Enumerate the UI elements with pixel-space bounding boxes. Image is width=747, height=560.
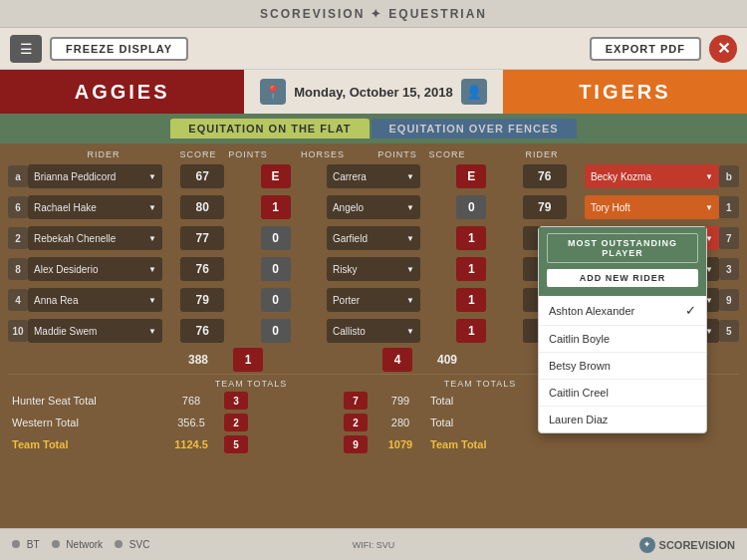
pos-right: 5 [719, 320, 739, 342]
dropdown-top: MOST OUTSTANDING PLAYER ADD NEW RIDER [539, 227, 706, 296]
network-dot [52, 540, 60, 548]
horse-btn[interactable]: Callisto▼ [327, 319, 420, 343]
team-aggies: AGGIES [0, 70, 244, 114]
svc-dot [115, 540, 123, 548]
totals-val-left-hunter: 768 [161, 395, 221, 407]
points-left: E [261, 164, 291, 188]
dropdown-item-caitlin-boyle[interactable]: Caitlin Boyle [539, 326, 706, 353]
pos-left: a [8, 165, 28, 187]
score-left: 76 [180, 257, 224, 281]
teams-header: AGGIES 📍 Monday, October 15, 2018 👤 TIGE… [0, 70, 747, 114]
horse-btn[interactable]: Carrera▼ [327, 164, 420, 188]
header-points-left: POINTS [223, 149, 273, 159]
pos-left: 4 [8, 289, 28, 311]
rider-left-btn[interactable]: Anna Rea▼ [28, 288, 162, 312]
export-button[interactable]: EXPORT PDF [590, 37, 701, 61]
pts-left-hunter: 3 [224, 392, 248, 410]
pos-left: 10 [8, 320, 28, 342]
header-rider-right: RIDER [472, 149, 612, 159]
top-bar: SCOREVISION ✦ EQUESTRIAN [0, 0, 747, 28]
most-outstanding-btn[interactable]: MOST OUTSTANDING PLAYER [547, 233, 698, 263]
points-left: 0 [261, 319, 291, 343]
scorevision-logo: ✦ SCOREVISION [639, 537, 735, 553]
header-score-left: SCORE [173, 149, 223, 159]
wifi-label: WIFI: SVU [353, 540, 395, 550]
pos-right: b [719, 165, 739, 187]
person-icon-button[interactable]: 👤 [461, 79, 487, 105]
tabs-bar: EQUITATION ON THE FLAT EQUITATION OVER F… [0, 114, 747, 143]
totals-data-row: Team Total 1124.5 5 9 1079 Team Total [8, 433, 739, 455]
bt-dot [12, 540, 20, 548]
points-right: 0 [456, 195, 486, 219]
pos-right: 7 [719, 227, 739, 249]
horse-btn[interactable]: Porter▼ [327, 288, 420, 312]
pts-right-team: 9 [344, 435, 368, 453]
rider-right-btn[interactable]: Tory Hoft▼ [585, 195, 719, 219]
pos-right: 3 [719, 258, 739, 280]
rider-left-btn[interactable]: Alex Desiderio▼ [28, 257, 162, 281]
dropdown-item-caitlin-creel[interactable]: Caitlin Creel [539, 380, 706, 407]
table-row: a Brianna Peddicord▼ 67 E Carrera▼ E 76 … [8, 162, 739, 190]
pos-right: 9 [719, 289, 739, 311]
menu-button[interactable]: ☰ [10, 35, 42, 63]
score-left: 77 [180, 226, 224, 250]
check-icon: ✓ [685, 303, 696, 318]
pos-left: 8 [8, 258, 28, 280]
freeze-button[interactable]: FREEZE DISPLAY [50, 37, 188, 61]
team-totals-header-left: TEAM TOTALS [211, 379, 291, 389]
horse-btn[interactable]: Angelo▼ [327, 195, 420, 219]
rider-left-btn[interactable]: Rebekah Chenelle▼ [28, 226, 162, 250]
toolbar: ☰ FREEZE DISPLAY EXPORT PDF ✕ [0, 28, 747, 70]
tab-equitation-flat[interactable]: EQUITATION ON THE FLAT [170, 119, 369, 139]
column-headers: RIDER SCORE POINTS HORSES POINTS SCORE R… [8, 149, 739, 159]
rider-left-btn[interactable]: Rachael Hake▼ [28, 195, 162, 219]
points-right: 1 [456, 257, 486, 281]
pts-left-western: 2 [224, 414, 248, 431]
status-left: BT Network SVC [12, 539, 149, 550]
tab-equitation-fences[interactable]: EQUITATION OVER FENCES [372, 119, 577, 139]
team-totals-header-right: TEAM TOTALS [440, 379, 520, 389]
status-bar: BT Network SVC WIFI: SVU ✦ SCOREVISION [0, 528, 747, 560]
app-title-left: SCOREVISION [260, 7, 365, 21]
dropdown-item-lauren[interactable]: Lauren Diaz [539, 407, 706, 432]
rider-left-btn[interactable]: Brianna Peddicord▼ [28, 164, 162, 188]
rider-right-btn[interactable]: Becky Kozma▼ [585, 164, 719, 188]
date-center: 📍 Monday, October 15, 2018 👤 [244, 70, 502, 114]
header-rider-left: RIDER [34, 149, 173, 159]
horse-btn[interactable]: Risky▼ [327, 257, 420, 281]
totals-label-hunter: Hunter Seat Total [12, 395, 161, 407]
score-left: 80 [180, 195, 224, 219]
pos-left: 6 [8, 196, 28, 218]
total-score-right: 409 [422, 353, 472, 367]
add-new-rider-btn[interactable]: ADD NEW RIDER [547, 269, 698, 287]
totals-label-right-team: Team Total [430, 438, 486, 450]
rider-dropdown: MOST OUTSTANDING PLAYER ADD NEW RIDER As… [538, 226, 707, 433]
header-points-right: POINTS [373, 149, 422, 159]
toolbar-left: ☰ FREEZE DISPLAY [10, 35, 188, 63]
total-points-right: 4 [382, 348, 412, 372]
close-button[interactable]: ✕ [709, 35, 737, 63]
pts-left-team: 5 [224, 435, 248, 453]
horse-btn[interactable]: Garfield▼ [327, 226, 420, 250]
score-right: 76 [523, 164, 567, 188]
rider-left-btn[interactable]: Maddie Swem▼ [28, 319, 162, 343]
score-left: 67 [180, 164, 224, 188]
pts-right-hunter: 7 [344, 392, 368, 410]
points-left: 0 [261, 257, 291, 281]
header-horses: HORSES [273, 149, 373, 159]
header-score-right: SCORE [422, 149, 472, 159]
pts-right-western: 2 [344, 414, 368, 431]
points-right: E [456, 164, 486, 188]
points-left: 1 [261, 195, 291, 219]
totals-val-left-western: 356.5 [161, 417, 221, 428]
score-right: 79 [523, 195, 567, 219]
total-points-left: 1 [233, 348, 263, 372]
points-right: 1 [456, 319, 486, 343]
points-left: 0 [261, 288, 291, 312]
dropdown-item-ashton[interactable]: Ashton Alexander ✓ [539, 296, 706, 326]
dropdown-item-betsy[interactable]: Betsy Brown [539, 353, 706, 380]
date-text: Monday, October 15, 2018 [294, 85, 452, 100]
pin-icon-button[interactable]: 📍 [260, 79, 286, 105]
sv-circle-icon: ✦ [639, 537, 655, 553]
points-left: 0 [261, 226, 291, 250]
